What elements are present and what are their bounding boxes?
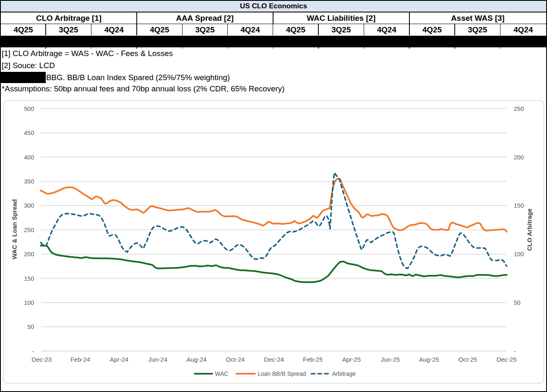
svg-text:50: 50	[27, 323, 34, 330]
svg-text:500: 500	[24, 105, 34, 112]
svg-text:250: 250	[514, 105, 524, 112]
svg-text:200: 200	[24, 251, 34, 257]
svg-text:100: 100	[24, 299, 34, 306]
svg-text:Aug-24: Aug-24	[187, 356, 207, 363]
svg-text:100: 100	[514, 251, 524, 257]
svg-text:-: -	[514, 348, 516, 355]
svg-text:350: 350	[24, 178, 34, 185]
svg-text:Aug-25: Aug-25	[419, 356, 439, 363]
svg-text:150: 150	[24, 275, 34, 282]
svg-text:Feb-25: Feb-25	[303, 356, 323, 363]
svg-text:Apr-24: Apr-24	[110, 356, 128, 363]
svg-text:Arbitrage: Arbitrage	[332, 370, 356, 377]
svg-text:450: 450	[24, 130, 34, 136]
svg-text:Feb-24: Feb-24	[70, 356, 90, 363]
svg-text:Dec-23: Dec-23	[32, 356, 52, 363]
svg-text:200: 200	[514, 154, 524, 161]
svg-text:150: 150	[514, 202, 524, 209]
svg-text:Apr-25: Apr-25	[342, 356, 361, 363]
svg-text:50: 50	[514, 299, 520, 306]
svg-text:Loan BB/B Spread: Loan BB/B Spread	[258, 370, 306, 377]
svg-text:Jun-24: Jun-24	[148, 356, 168, 363]
svg-text:Jun-25: Jun-25	[381, 356, 400, 363]
svg-text:Dec-24: Dec-24	[264, 356, 284, 363]
svg-text:250: 250	[24, 227, 34, 233]
svg-text:Oct-24: Oct-24	[226, 356, 245, 363]
svg-text:WAC: WAC	[215, 370, 228, 377]
svg-text:Dec-25: Dec-25	[496, 356, 516, 363]
svg-text:300: 300	[24, 202, 34, 209]
svg-text:Oct-25: Oct-25	[458, 356, 477, 363]
svg-text:CLO Arbitrage: CLO Arbitrage	[526, 208, 533, 251]
svg-text:-: -	[32, 348, 34, 355]
svg-text:400: 400	[24, 154, 34, 161]
svg-text:WAC & Loan Spread: WAC & Loan Spread	[11, 199, 18, 259]
